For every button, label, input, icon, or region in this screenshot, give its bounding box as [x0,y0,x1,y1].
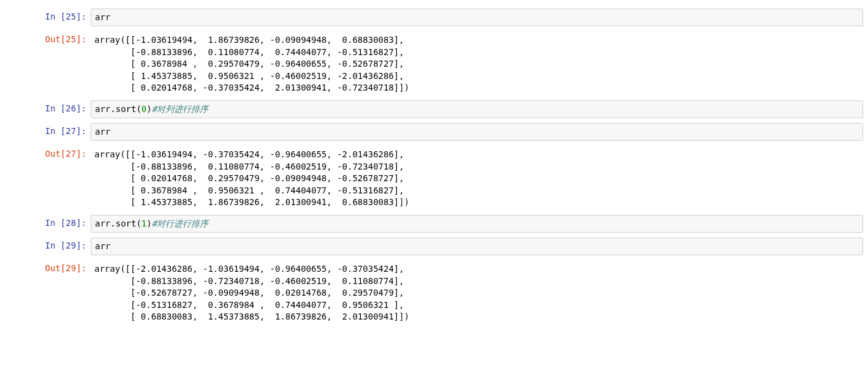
in-prompt-27: In [27]: [0,123,91,138]
cell-29-output: Out[29]: array([[-2.01436286, -1.0361949… [0,259,868,326]
code-token: ) [146,104,151,114]
code-token: arr [95,12,110,22]
code-input-25[interactable]: arr [91,9,863,26]
in-prompt-25: In [25]: [0,9,91,23]
code-input-27[interactable]: arr [91,123,863,141]
code-comment: #对行进行排序 [152,219,208,228]
code-token: ) [146,219,151,228]
code-comment: #对列进行排序 [152,104,208,114]
cell-29-input: In [29]: arr [0,236,868,257]
output-27[interactable]: array([[-1.03619494, -0.37035424, -0.964… [91,146,863,210]
out-prompt-25: Out[25]: [0,31,91,46]
in-prompt-29: In [29]: [0,238,91,252]
out-prompt-27: Out[27]: [0,146,91,160]
output-25[interactable]: array([[-1.03619494, 1.86739826, -0.0909… [91,31,863,96]
cell-25-output: Out[25]: array([[-1.03619494, 1.86739826… [0,30,868,97]
cell-27-output: Out[27]: array([[-1.03619494, -0.3703542… [0,144,868,211]
code-token: arr [95,241,110,251]
notebook: In [25]: arr Out[25]: array([[-1.0361949… [0,0,868,333]
code-input-28[interactable]: arr.sort(1)#对行进行排序 [91,215,863,233]
out-prompt-29: Out[29]: [0,260,91,275]
code-token: arr.sort( [95,219,142,228]
code-input-29[interactable]: arr [91,238,863,255]
cell-27-input: In [27]: arr [0,122,868,142]
code-input-26[interactable]: arr.sort(0)#对列进行排序 [91,100,863,118]
code-token: arr.sort( [95,104,142,114]
in-prompt-26: In [26]: [0,100,91,115]
output-29[interactable]: array([[-2.01436286, -1.03619494, -0.964… [91,260,863,324]
cell-25-input: In [25]: arr [0,7,868,28]
cell-28-input: In [28]: arr.sort(1)#对行进行排序 [0,214,868,234]
code-token: arr [95,127,110,137]
cell-26-input: In [26]: arr.sort(0)#对列进行排序 [0,99,868,119]
in-prompt-28: In [28]: [0,215,91,230]
